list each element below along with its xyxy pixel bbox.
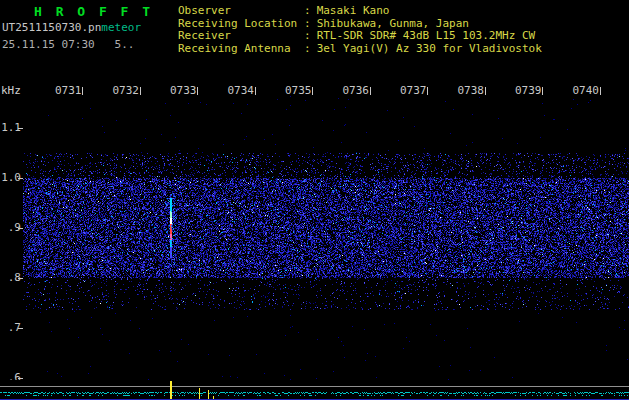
info-value: Masaki Kano [317,5,390,18]
time-tick-mark [82,87,83,95]
time-tick-mark [542,87,543,95]
time-tick-mark [370,87,371,95]
time-tick-mark [140,87,141,95]
spectrogram-canvas [23,96,629,385]
datetime-line: 25.11.15 07:30 5.. [2,38,134,51]
info-separator: : [304,43,311,56]
info-value: 3el Yagi(V) Az 330 for Vladivostok [317,43,542,56]
time-tick-mark [485,87,486,95]
info-label: Receiving Antenna [178,43,304,56]
time-tick-mark [197,87,198,95]
observation-mode-label: meteor [101,21,141,34]
time-tick-mark [312,87,313,95]
time-tick-mark [427,87,428,95]
filename-line: UT2511150730.pnmeteor [2,21,141,34]
app-title: H R O F F T [34,4,153,19]
info-value: RTL-SDR SDR# 43dB L15 103.2MHz CW [317,30,536,43]
info-label: Receiver [178,30,304,43]
output-filename: UT2511150730.pn [2,21,101,34]
freq-unit-label: kHz [1,84,21,97]
info-row-antenna: Receiving Antenna:3el Yagi(V) Az 330 for… [178,43,542,56]
hrofft-screen: H R O F F T UT2511150730.pnmeteor 25.11.… [0,0,629,400]
info-row-observer: Observer:Masaki Kano [178,5,542,18]
station-info-block: Observer:Masaki Kano Receiving Location:… [178,5,542,55]
time-tick-mark [255,87,256,95]
info-label: Observer [178,5,304,18]
info-separator: : [304,5,311,18]
info-row-receiver: Receiver:RTL-SDR SDR# 43dB L15 103.2MHz … [178,30,542,43]
info-separator: : [304,30,311,43]
time-tick-mark [600,87,601,95]
signal-strip-canvas [0,380,629,400]
